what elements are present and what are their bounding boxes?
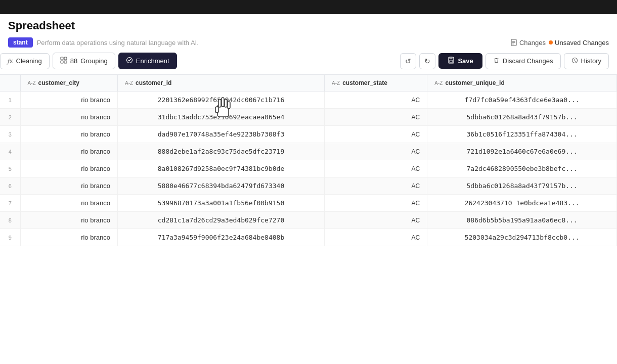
- az-icon-uid: A-Z: [434, 80, 443, 86]
- table-cell: AC: [325, 160, 427, 177]
- svg-rect-11: [450, 57, 452, 59]
- table-cell: cd281c1a7d26cd29a3ed4b029fce7270: [117, 212, 324, 229]
- history-icon: [571, 57, 578, 65]
- table-cell: rio branco: [20, 195, 117, 212]
- table-row: 7rio branco53996870173a3a001a1fb56ef00b9…: [0, 195, 617, 212]
- table-cell: AC: [325, 92, 427, 109]
- table-cell: rio branco: [20, 160, 117, 177]
- table-cell: 53996870173a3a001a1fb56ef00b9150: [117, 195, 324, 212]
- enrichment-button[interactable]: Enrichment: [118, 53, 177, 69]
- table-cell: rio branco: [20, 229, 117, 246]
- col-city-label: customer_city: [38, 79, 79, 86]
- table-cell: AC: [325, 177, 427, 195]
- az-icon: A-Z: [28, 80, 36, 86]
- data-table: A-Z customer_city A-Z customer_id A-Z cu…: [0, 75, 617, 246]
- grouping-count: 88: [70, 57, 77, 65]
- unsaved-dot: [549, 40, 553, 44]
- undo-button[interactable]: ↺: [400, 53, 416, 69]
- save-icon: [448, 57, 455, 65]
- table-header: A-Z customer_city A-Z customer_id A-Z cu…: [0, 75, 617, 92]
- table-cell: AC: [325, 195, 427, 212]
- svg-rect-6: [61, 61, 63, 63]
- table-cell: 7a2dc4682890550ebe3b8befc...: [427, 160, 617, 177]
- grouping-icon: [60, 57, 67, 65]
- col-header-city: A-Z customer_city: [20, 75, 117, 92]
- table-cell: AC: [325, 212, 427, 229]
- row-number: 2: [0, 109, 20, 126]
- table-cell: dad907e170748a35ef4e92238b7308f3: [117, 126, 324, 143]
- changes-group: Changes Unsaved Changes: [510, 39, 609, 47]
- table-cell: rio branco: [20, 92, 117, 109]
- az-icon-state: A-Z: [332, 80, 340, 86]
- table-cell: rio branco: [20, 126, 117, 143]
- table-row: 4rio branco888d2ebe1af2a8c93c75dae5dfc23…: [0, 143, 617, 160]
- row-number: 6: [0, 177, 20, 195]
- function-icon: 𝑓x: [8, 57, 13, 65]
- changes-label: Changes: [510, 39, 546, 47]
- svg-rect-5: [64, 57, 67, 60]
- table-row: 9rio branco717a3a9459f9006f23e24a684be84…: [0, 229, 617, 246]
- table-cell: 36b1c0516f123351ffa874304...: [427, 126, 617, 143]
- table-cell: 5203034a29c3d294713bf8ccb0...: [427, 229, 617, 246]
- unsaved-changes-badge: Unsaved Changes: [549, 39, 609, 47]
- grouping-button[interactable]: 88 Grouping: [53, 53, 115, 69]
- table-cell: f7d7fc0a59ef4363fdce6e3aa0...: [427, 92, 617, 109]
- enrichment-icon: [126, 57, 133, 65]
- col-state-label: customer_state: [342, 79, 387, 86]
- save-button[interactable]: Save: [438, 53, 482, 69]
- svg-rect-4: [61, 57, 63, 60]
- header: Spreadsheet stant Perform data operation…: [0, 14, 617, 48]
- trash-icon: [493, 57, 500, 65]
- table-cell: rio branco: [20, 143, 117, 160]
- redo-icon: ↻: [424, 57, 430, 65]
- table-cell: 5dbba6c01268a8ad43f79157b...: [427, 177, 617, 195]
- app-title: Spreadsheet: [8, 19, 609, 32]
- ai-placeholder: Perform data operations using natural la…: [37, 39, 199, 47]
- col-header-id: A-Z customer_id: [117, 75, 324, 92]
- table-cell: rio branco: [20, 212, 117, 229]
- table-cell: 262423043710 1e0bdcea1e483...: [427, 195, 617, 212]
- table-cell: 717a3a9459f9006f23e24a684be8408b: [117, 229, 324, 246]
- table-cell: 5dbba6c01268a8ad43f79157b...: [427, 109, 617, 126]
- table-cell: AC: [325, 229, 427, 246]
- table-cell: 2201362e68992f654942dc0067c1b716: [117, 92, 324, 109]
- ai-bar: stant Perform data operations using natu…: [8, 37, 609, 48]
- redo-button[interactable]: ↻: [419, 53, 435, 69]
- table-cell: rio branco: [20, 177, 117, 195]
- table-body: 1rio branco2201362e68992f654942dc0067c1b…: [0, 92, 617, 246]
- table-row: 8rio brancocd281c1a7d26cd29a3ed4b029fce7…: [0, 212, 617, 229]
- svg-rect-10: [450, 60, 453, 63]
- table-row: 6rio branco5880e46677c68394bda62479fd673…: [0, 177, 617, 195]
- table-cell: 888d2ebe1af2a8c93c75dae5dfc23719: [117, 143, 324, 160]
- table-row: 1rio branco2201362e68992f654942dc0067c1b…: [0, 92, 617, 109]
- table-cell: 31dbc13addc753e210692eacaea065e4: [117, 109, 324, 126]
- table-row: 3rio brancodad907e170748a35ef4e92238b730…: [0, 126, 617, 143]
- toolbar: 𝑓x Cleaning 88 Grouping Enrichment ↺ ↻ S…: [0, 53, 617, 74]
- history-button[interactable]: History: [564, 53, 609, 69]
- row-number: 7: [0, 195, 20, 212]
- table-cell: AC: [325, 143, 427, 160]
- row-number: 4: [0, 143, 20, 160]
- cleaning-button[interactable]: 𝑓x Cleaning: [0, 53, 50, 69]
- col-uid-label: customer_unique_id: [445, 79, 504, 86]
- col-id-label: customer_id: [136, 79, 171, 86]
- table-cell: 721d1092e1a6460c67e6a0e69...: [427, 143, 617, 160]
- row-number: 3: [0, 126, 20, 143]
- table-cell: AC: [325, 109, 427, 126]
- discard-button[interactable]: Discard Changes: [486, 53, 561, 69]
- top-bar: [0, 0, 617, 14]
- ai-tag: stant: [8, 37, 33, 48]
- table-cell: rio branco: [20, 109, 117, 126]
- undo-icon: ↺: [405, 57, 411, 65]
- table-cell: 086d6b5b5ba195a91aa0a6ec8...: [427, 212, 617, 229]
- row-number: 8: [0, 212, 20, 229]
- row-number-header: [0, 75, 20, 92]
- row-number: 1: [0, 92, 20, 109]
- svg-rect-7: [64, 61, 67, 63]
- az-icon-id: A-Z: [125, 80, 133, 86]
- table-row: 5rio branco8a0108267d9258a0ec9f74381bc9b…: [0, 160, 617, 177]
- col-header-state: A-Z customer_state: [325, 75, 427, 92]
- table-cell: AC: [325, 126, 427, 143]
- table-cell: 5880e46677c68394bda62479fd673340: [117, 177, 324, 195]
- row-number: 9: [0, 229, 20, 246]
